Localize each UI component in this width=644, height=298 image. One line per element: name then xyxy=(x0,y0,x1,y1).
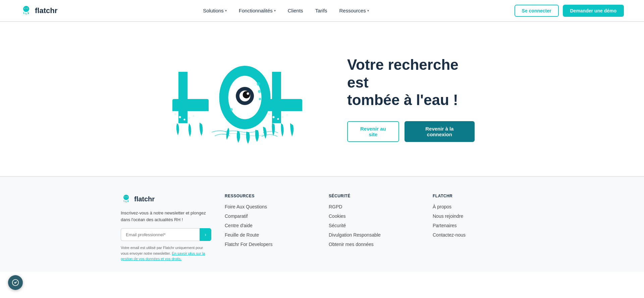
footer-securite-list: RGPD Cookies Sécurité Divulgation Respon… xyxy=(329,204,419,247)
header-actions: Se connecter Demander une démo xyxy=(515,5,624,17)
list-item: Contactez-nous xyxy=(433,232,523,238)
logo-text: flatchr xyxy=(35,6,57,15)
list-item: À propos xyxy=(433,204,523,210)
list-item: Sécurité xyxy=(329,222,419,229)
footer-link-contact[interactable]: Contactez-nous xyxy=(433,232,466,238)
svg-point-15 xyxy=(243,91,250,99)
main-content: Votre recherche est tombée à l'eau ! Rev… xyxy=(0,22,644,176)
list-item: Partenaires xyxy=(433,222,523,229)
chevron-down-icon: ▾ xyxy=(225,9,227,12)
list-item: Flatchr For Developers xyxy=(225,241,315,247)
svg-point-4 xyxy=(27,8,28,8)
footer-link-partenaires[interactable]: Partenaires xyxy=(433,223,457,228)
newsletter-submit-button[interactable]: › xyxy=(200,228,211,241)
error-heading: Votre recherche est tombée à l'eau ! xyxy=(347,56,475,109)
nav-clients[interactable]: Clients xyxy=(283,5,308,16)
nav-solutions[interactable]: Solutions ▾ xyxy=(198,5,231,16)
footer-newsletter-desc: Inscrivez-vous à notre newsletter et plo… xyxy=(121,210,211,223)
svg-point-3 xyxy=(25,8,25,8)
footer-logo-icon xyxy=(121,194,131,204)
footer-link-rgpd[interactable]: RGPD xyxy=(329,204,342,209)
demo-button[interactable]: Demander une démo xyxy=(563,5,624,17)
footer-logo-text: flatchr xyxy=(134,195,155,203)
footer-link-apropos[interactable]: À propos xyxy=(433,204,451,209)
footer-flatchr-list: À propos Nous rejoindre Partenaires Cont… xyxy=(433,204,523,238)
svg-point-17 xyxy=(257,82,260,86)
footer-link-roadmap[interactable]: Feuille de Route xyxy=(225,232,259,238)
list-item: Foire Aux Questions xyxy=(225,204,315,210)
newsletter-email-input[interactable] xyxy=(121,228,200,241)
svg-rect-21 xyxy=(266,99,302,110)
svg-point-8 xyxy=(183,119,185,120)
svg-point-16 xyxy=(247,92,249,95)
footer-link-cookies[interactable]: Cookies xyxy=(329,213,346,219)
list-item: Centre d'aide xyxy=(225,222,315,229)
list-item: Divulgation Responsable xyxy=(329,232,419,238)
footer-content: flatchr Inscrivez-vous à notre newslette… xyxy=(121,194,523,262)
chevron-down-icon: ▾ xyxy=(367,9,369,12)
footer-link-divulgation[interactable]: Divulgation Responsable xyxy=(329,232,381,238)
svg-point-27 xyxy=(123,195,129,200)
footer-link-faq[interactable]: Foire Aux Questions xyxy=(225,204,267,209)
nav-tarifs[interactable]: Tarifs xyxy=(311,5,332,16)
back-to-site-button[interactable]: Revenir au site xyxy=(347,121,399,142)
newsletter-form: › xyxy=(121,228,211,241)
svg-point-10 xyxy=(193,115,194,117)
chevron-down-icon: ▾ xyxy=(274,9,276,12)
footer-link-comparatif[interactable]: Comparatif xyxy=(225,213,248,219)
nav-ressources[interactable]: Ressources ▾ xyxy=(334,5,373,16)
main-nav: Solutions ▾ Fonctionnalités ▾ Clients Ta… xyxy=(198,5,374,16)
footer-link-rejoindre[interactable]: Nous rejoindre xyxy=(433,213,463,219)
error-text-section: Votre recherche est tombée à l'eau ! Rev… xyxy=(347,56,475,142)
list-item: Feuille de Route xyxy=(225,232,315,238)
footer-brand-col: flatchr Inscrivez-vous à notre newslette… xyxy=(121,194,211,262)
footer-col-heading-flatchr: FLATCHR xyxy=(433,194,523,198)
logo-icon xyxy=(20,5,32,17)
login-button[interactable]: Se connecter xyxy=(515,5,559,17)
footer-flatchr-col: FLATCHR À propos Nous rejoindre Partenai… xyxy=(433,194,523,262)
footer-link-aide[interactable]: Centre d'aide xyxy=(225,223,253,228)
nav-fonctionnalites[interactable]: Fonctionnalités ▾ xyxy=(234,5,280,16)
svg-point-25 xyxy=(281,116,283,118)
footer-ressources-list: Foire Aux Questions Comparatif Centre d'… xyxy=(225,204,315,247)
svg-point-7 xyxy=(179,116,181,118)
footer-link-donnees[interactable]: Obtenir mes données xyxy=(329,242,374,247)
error-buttons: Revenir au site Revenir à la connexion xyxy=(347,121,475,142)
back-to-login-button[interactable]: Revenir à la connexion xyxy=(405,121,475,142)
footer-ressources-col: RESSOURCES Foire Aux Questions Comparati… xyxy=(225,194,315,262)
footer-disclaimer: Votre email est utilisé par Flatchr uniq… xyxy=(121,245,211,262)
list-item: Comparatif xyxy=(225,213,315,219)
svg-point-0 xyxy=(23,6,29,12)
svg-point-20 xyxy=(230,108,233,111)
error-illustration xyxy=(169,49,320,149)
list-item: RGPD xyxy=(329,204,419,210)
site-header: flatchr Solutions ▾ Fonctionnalités ▾ Cl… xyxy=(0,0,644,21)
svg-rect-5 xyxy=(172,99,209,110)
list-item: Obtenir mes données xyxy=(329,241,419,247)
svg-point-31 xyxy=(127,197,128,197)
svg-point-19 xyxy=(259,98,261,100)
svg-point-23 xyxy=(272,116,274,118)
svg-point-30 xyxy=(125,197,125,197)
404-graphic xyxy=(169,49,320,149)
site-footer: flatchr Inscrivez-vous à notre newslette… xyxy=(0,177,644,272)
svg-point-6 xyxy=(174,113,176,115)
footer-col-heading-ressources: RESSOURCES xyxy=(225,194,315,198)
svg-point-22 xyxy=(268,113,270,115)
footer-col-heading-securite: SÉCURITÉ xyxy=(329,194,419,198)
logo-link[interactable]: flatchr xyxy=(20,5,57,17)
svg-point-18 xyxy=(258,90,261,93)
footer-link-developers[interactable]: Flatchr For Developers xyxy=(225,242,272,247)
svg-point-24 xyxy=(277,118,279,120)
footer-securite-col: SÉCURITÉ RGPD Cookies Sécurité Divulgati… xyxy=(329,194,419,262)
list-item: Nous rejoindre xyxy=(433,213,523,219)
svg-point-9 xyxy=(188,117,190,119)
footer-logo: flatchr xyxy=(121,194,211,204)
list-item: Cookies xyxy=(329,213,419,219)
footer-link-securite[interactable]: Sécurité xyxy=(329,223,346,228)
svg-point-26 xyxy=(286,114,288,116)
